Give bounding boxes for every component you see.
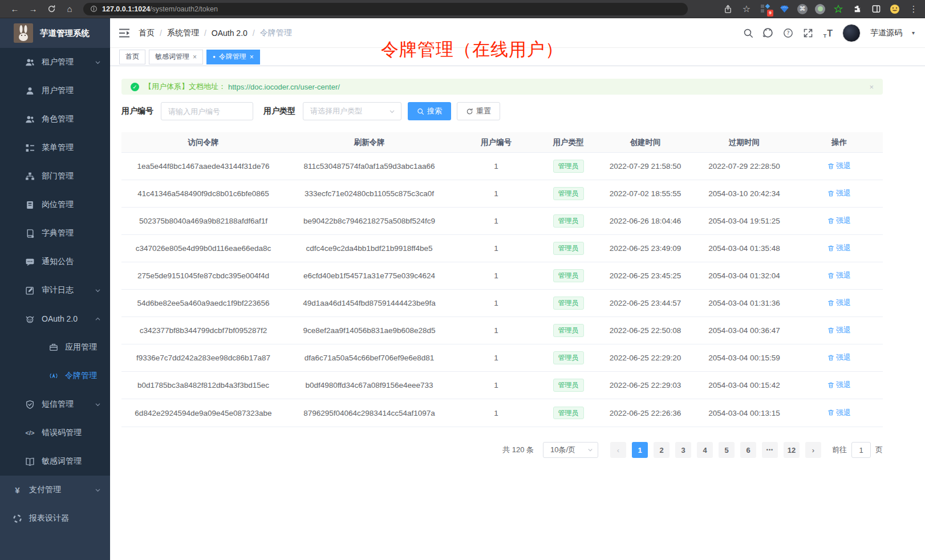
doc-link[interactable]: https://doc.iocoder.cn/user-center/ [228,83,340,91]
more-pages-button[interactable]: ••• [762,442,778,458]
force-logout-button[interactable]: 强退 [827,243,851,253]
close-icon[interactable]: × [193,54,197,60]
extensions-puzzle-icon[interactable] [851,3,863,15]
filter-form: 用户编号 用户类型 请选择用户类型 搜索 重置 [121,102,883,120]
tab-groups-extension-icon[interactable]: 9 [760,3,771,15]
sidebar-item-dict[interactable]: 字典管理 [0,219,110,247]
font-size-icon[interactable]: TT [822,27,834,39]
tab-home[interactable]: 首页 [119,50,145,64]
page-button-6[interactable]: 6 [740,442,756,458]
reset-button[interactable]: 重置 [457,102,500,120]
force-logout-button[interactable]: 强退 [827,298,851,308]
main-header: 首页 / 系统管理 / OAuth 2.0 / 令牌管理 ? [110,18,925,48]
browser-back-icon[interactable]: ← [8,2,22,16]
browser-home-icon[interactable]: ⌂ [63,2,76,16]
sidebar-item-role[interactable]: 角色管理 [0,105,110,133]
search-button[interactable]: 搜索 [408,102,451,120]
user-type-badge: 管理员 [553,379,584,391]
sidebar-item-audit[interactable]: 审计日志 [0,276,110,305]
split-screen-icon[interactable] [870,3,882,15]
bookmark-star-icon[interactable]: ☆ [741,3,752,15]
page-button-3[interactable]: 3 [675,442,691,458]
sidebar-item-oauth-app[interactable]: 应用管理 [0,333,110,362]
cell-expire-time: 2054-03-04 00:36:47 [693,326,796,335]
cell-user-id: 1 [453,299,539,307]
user-type-badge: 管理员 [553,242,584,254]
app-logo[interactable]: 芋道管理系统 [0,18,110,48]
green-star-extension-icon[interactable] [833,3,844,15]
breadcrumb-home[interactable]: 首页 [139,28,155,38]
username[interactable]: 芋道源码 [870,28,902,38]
emoji-profile-icon[interactable] [889,3,900,15]
sidebar-item-menu[interactable]: 菜单管理 [0,133,110,162]
chevron-down-icon [95,401,101,408]
search-icon[interactable] [743,27,754,39]
force-logout-button[interactable]: 强退 [827,380,851,390]
breadcrumb-current: 令牌管理 [260,28,292,38]
sidebar-item-report[interactable]: 报表设计器 [0,504,110,533]
goto-page-input[interactable] [851,442,871,458]
force-logout-button[interactable]: 强退 [827,270,851,281]
sidebar-item-tenant[interactable]: 租户管理 [0,48,110,76]
prev-page-button[interactable]: ‹ [610,442,626,458]
table-row: c342377bf8b344799dcbf7bf095287f2 9ce8ef2… [121,317,883,344]
gem-extension-icon[interactable] [778,3,790,15]
url-bar[interactable]: 127.0.0.1:1024/system/oauth2/token [83,3,688,15]
fullscreen-icon[interactable] [802,27,814,39]
tab-token[interactable]: ● 令牌管理 × [206,50,260,64]
command-extension-icon[interactable]: ⌘ [797,4,808,14]
page-button-12[interactable]: 12 [784,442,800,458]
page-button-5[interactable]: 5 [719,442,735,458]
sidebar-item-dept[interactable]: 部门管理 [0,162,110,190]
chevron-down-icon[interactable]: ▾ [912,30,915,36]
sidebar-item-sensitive[interactable]: 敏感词管理 [0,447,110,476]
user-avatar[interactable] [842,24,861,42]
share-icon[interactable] [722,3,733,15]
sidebar-item-errcode[interactable]: </> 错误码管理 [0,419,110,447]
success-check-icon: ✓ [131,83,139,91]
cell-create-time: 2022-06-25 23:44:57 [598,299,693,307]
sidebar-item-post[interactable]: 岗位管理 [0,190,110,219]
sidebar-item-pay[interactable]: ¥ 支付管理 [0,476,110,504]
browser-reload-icon[interactable] [44,2,58,16]
breadcrumb-oauth[interactable]: OAuth 2.0 [212,29,248,38]
site-info-icon [90,5,98,13]
cell-access-token: 502375b8040a469a9b82188afdf6af1f [121,217,285,225]
users-icon [25,58,35,67]
help-icon[interactable]: ? [782,27,794,39]
sidebar-item-label: 用户管理 [42,86,74,96]
sidebar-item-oauth[interactable]: OAuth 2.0 [0,305,110,333]
force-logout-button[interactable]: 强退 [827,161,851,171]
force-logout-button[interactable]: 强退 [827,408,851,418]
cell-refresh-token: 333ecfc71e02480cb11055c875c3ca0f [285,189,453,198]
close-icon[interactable]: × [869,83,874,91]
next-page-button[interactable]: › [805,442,821,458]
trash-icon [827,163,834,170]
force-logout-button[interactable]: 强退 [827,216,851,226]
page-size-select[interactable]: 10条/页 [543,442,598,458]
page-button-4[interactable]: 4 [697,442,713,458]
page-button-2[interactable]: 2 [654,442,670,458]
logo-avatar [14,23,33,43]
force-logout-button[interactable]: 强退 [827,325,851,335]
force-logout-button[interactable]: 强退 [827,352,851,363]
sidebar-item-notice[interactable]: 通知公告 [0,247,110,276]
browser-forward-icon[interactable]: → [26,2,40,16]
goto-label: 前往 [832,445,847,455]
sidebar-toggle-icon[interactable] [118,27,131,39]
tab-sensitive-word[interactable]: 敏感词管理 × [149,50,203,64]
force-logout-button[interactable]: 强退 [827,188,851,198]
breadcrumb-system[interactable]: 系统管理 [167,28,199,38]
sidebar-item-user[interactable]: 用户管理 [0,76,110,105]
user-id-input[interactable] [161,102,253,120]
page-button-1[interactable]: 1 [632,442,648,458]
browser-menu-icon[interactable]: ⋮ [908,3,919,15]
user-type-select[interactable]: 请选择用户类型 [303,102,401,120]
github-icon[interactable] [762,27,774,39]
close-icon[interactable]: × [250,54,254,60]
recorder-extension-icon[interactable] [815,4,825,14]
sidebar-item-sms[interactable]: 短信管理 [0,390,110,419]
cell-user-id: 1 [453,271,539,280]
trash-icon [827,409,834,416]
sidebar-item-oauth-token[interactable]: 令牌管理 [0,362,110,390]
